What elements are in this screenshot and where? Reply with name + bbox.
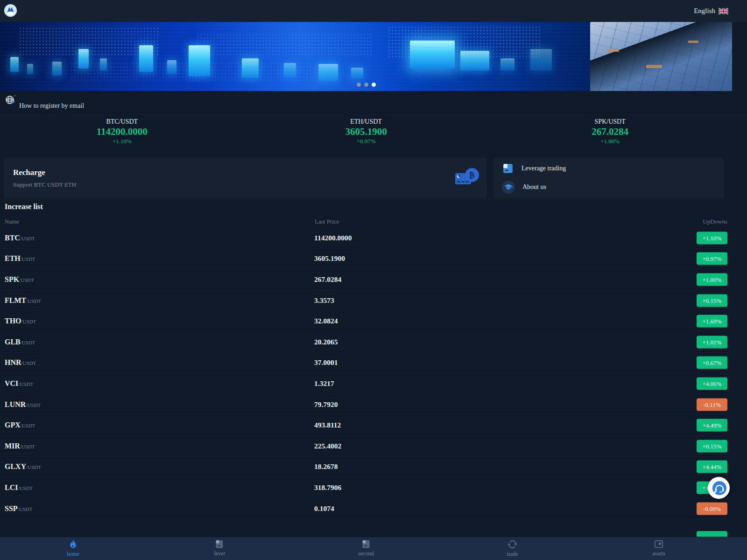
ticker-change: +1.10% — [113, 137, 132, 146]
ticker-price: 3605.1900 — [345, 126, 387, 137]
market-row[interactable]: BTC/USDT 114200.0000 +1.10% — [0, 228, 732, 249]
increase-list-title: Increase list — [5, 203, 43, 211]
last-price: 32.0824 — [314, 317, 338, 325]
recharge-card[interactable]: Recharge Support BTC USDT ETH ₿ — [4, 158, 487, 198]
pair-quote: /USDT — [18, 381, 33, 387]
section-divider — [0, 200, 747, 200]
language-selector[interactable]: English — [694, 0, 728, 22]
last-price: 37.0001 — [314, 358, 338, 367]
pair-quote: /USDT — [19, 277, 34, 283]
market-row[interactable]: GPX/USDT 493.8112 +4.49% — [0, 415, 732, 436]
pair-symbol: GPX — [5, 421, 21, 429]
ticker-btc[interactable]: BTC/USDT 114200.0000 +1.10% — [0, 118, 244, 148]
pair-name: LUNR/USDT — [5, 400, 41, 409]
carousel-dot-1[interactable] — [357, 83, 361, 87]
updown-badge: -0.11% — [697, 398, 727, 411]
market-row[interactable]: HNR/USDT 37.0001 +0.67% — [0, 353, 732, 374]
market-row[interactable]: LCI/USDT 318.7906 +1.20% — [0, 477, 732, 498]
updown-badge: +1.01% — [697, 336, 727, 348]
pair-name: BTC/USDT — [5, 234, 35, 242]
pair-symbol: BTC — [5, 234, 20, 242]
banner-carousel[interactable] — [0, 22, 732, 91]
banner-slide-trading-chart — [0, 22, 590, 91]
pair-symbol: SPK — [5, 275, 19, 283]
quick-links-card: Leverage trading About us — [493, 158, 724, 198]
nav-item-home[interactable]: home — [0, 537, 147, 560]
pair-name: ETH/USDT — [5, 254, 35, 263]
app-logo[interactable] — [4, 4, 17, 17]
last-price: 1.3217 — [314, 379, 334, 388]
ticker-eth[interactable]: ETH/USDT 3605.1900 +0.97% — [244, 118, 488, 148]
bitcoin-card-icon: ₿ — [454, 165, 481, 193]
column-name: Name — [5, 218, 19, 225]
market-row[interactable]: ETH/USDT 3605.1900 +0.97% — [0, 249, 732, 270]
lever-doc-icon — [214, 539, 225, 549]
pair-symbol: GLB — [5, 338, 21, 346]
pair-quote: /USDT — [21, 256, 35, 262]
carousel-dot-2[interactable] — [364, 83, 368, 87]
pair-quote: /USDT — [21, 340, 35, 345]
uk-flag-icon — [719, 8, 728, 14]
nav-item-assets[interactable]: assets — [585, 537, 732, 560]
wallet-icon — [654, 539, 664, 549]
market-row[interactable]: FLMT/USDT 3.3573 +0.15% — [0, 290, 732, 311]
last-price: 493.8112 — [314, 421, 341, 429]
market-row[interactable]: MIR/USDT 225.4002 +0.15% — [0, 436, 732, 457]
market-row[interactable]: LUNR/USDT 79.7920 -0.11% — [0, 394, 732, 415]
nav-item-lever[interactable]: lever — [147, 537, 293, 560]
top-bar: English — [0, 0, 747, 22]
ticker-price: 114200.0000 — [97, 126, 148, 137]
market-row[interactable]: SPK/USDT 267.0284 +1.00% — [0, 269, 732, 290]
updown-badge: +4.44% — [697, 461, 727, 473]
pair-name: SSP/USDT — [5, 504, 32, 513]
market-row[interactable]: THO/USDT 32.0824 +1.69% — [0, 311, 732, 332]
banner-slide-next-preview — [590, 22, 732, 91]
last-price: 20.2065 — [314, 338, 338, 346]
link-about-us[interactable]: About us — [497, 178, 720, 196]
last-price: 114200.0000 — [314, 234, 352, 242]
nav-item-second[interactable]: second — [293, 537, 439, 560]
ticker-change: +1.00% — [600, 137, 620, 146]
market-row[interactable]: SSP/USDT 0.1074 -0.09% — [0, 498, 732, 519]
nav-item-trade[interactable]: trade — [439, 537, 586, 560]
pair-quote: /USDT — [21, 360, 36, 366]
pair-symbol: THO — [5, 317, 21, 325]
announcement-bar[interactable]: How to register by email — [0, 91, 747, 115]
market-row[interactable]: GLXY/USDT 18.2678 +4.44% — [0, 457, 732, 478]
svg-text:₿: ₿ — [469, 171, 474, 180]
pair-quote: /USDT — [26, 298, 41, 304]
trade-arrows-icon — [507, 539, 518, 550]
last-price: 3605.1900 — [314, 254, 345, 263]
market-row[interactable]: VCI/USDT 1.3217 +4.06% — [0, 373, 732, 394]
pair-quote: /USDT — [18, 485, 33, 491]
pair-name: FLMT/USDT — [5, 296, 41, 305]
link-leverage-trading[interactable]: Leverage trading — [497, 159, 720, 178]
about-us-cap-icon — [502, 181, 515, 194]
pair-name: MIR/USDT — [5, 442, 35, 450]
pair-quote: /USDT — [18, 506, 33, 512]
last-price: 267.0284 — [314, 275, 341, 284]
ticker-spk[interactable]: SPK/USDT 267.0284 +1.00% — [488, 118, 732, 148]
recharge-title: Recharge — [13, 168, 45, 177]
customer-service-button[interactable] — [708, 477, 730, 499]
last-price: 3.3573 — [314, 296, 334, 305]
carousel-dot-3-active[interactable] — [372, 83, 376, 87]
pair-quote: /USDT — [21, 319, 36, 324]
link-label: Leverage trading — [521, 165, 566, 172]
column-updowns: UpDowns — [703, 218, 727, 225]
pair-name: VCI/USDT — [5, 379, 33, 388]
pair-symbol: VCI — [5, 379, 18, 387]
pair-name: GPX/USDT — [5, 421, 35, 429]
updown-badge: +4.06% — [697, 377, 727, 390]
link-label: About us — [522, 183, 546, 191]
pair-name: GLXY/USDT — [5, 462, 41, 471]
pair-symbol: MIR — [5, 442, 20, 450]
updown-badge: +1.69% — [697, 315, 727, 328]
market-row[interactable]: GLB/USDT 20.2065 +1.01% — [0, 332, 732, 353]
updown-badge: +0.97% — [697, 252, 727, 265]
nav-label: second — [358, 550, 374, 557]
ticker-pair: ETH/USDT — [350, 118, 382, 126]
nav-label: home — [67, 551, 79, 557]
next-row-badge-partial — [697, 531, 727, 537]
pair-symbol: SSP — [5, 504, 18, 512]
